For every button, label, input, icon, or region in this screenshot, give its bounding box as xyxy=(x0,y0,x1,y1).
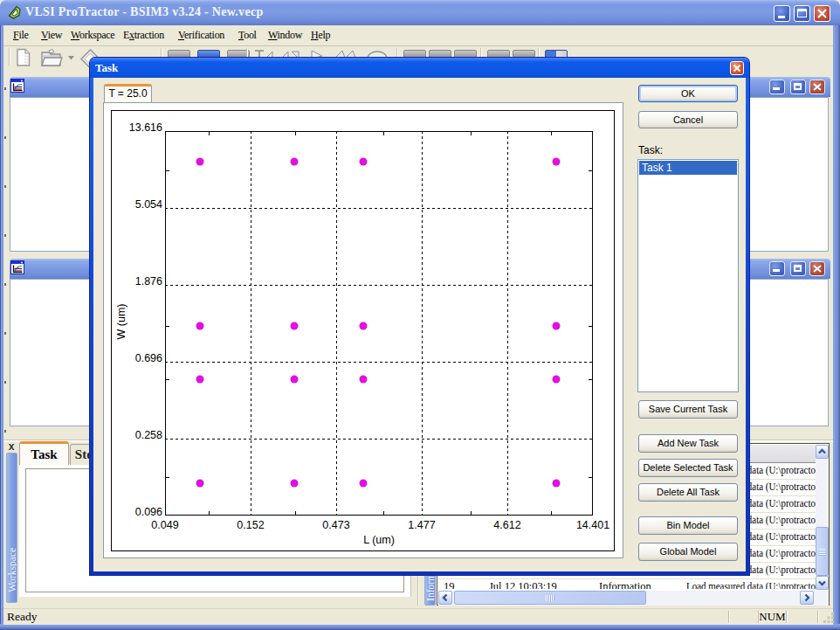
svg-text:0.096: 0.096 xyxy=(135,506,162,518)
svg-text:1.876: 1.876 xyxy=(135,275,162,287)
svg-text:W (um): W (um) xyxy=(115,304,127,340)
svg-text:13.616: 13.616 xyxy=(129,121,162,134)
svg-text:4.612: 4.612 xyxy=(493,519,520,531)
svg-text:5.054: 5.054 xyxy=(135,198,162,211)
svg-text:L (um): L (um) xyxy=(363,534,395,546)
svg-text:14.401: 14.401 xyxy=(576,519,609,531)
svg-text:1.477: 1.477 xyxy=(408,519,435,531)
svg-text:0.473: 0.473 xyxy=(322,519,349,531)
svg-text:0.049: 0.049 xyxy=(151,519,178,531)
svg-text:0.258: 0.258 xyxy=(135,429,162,441)
svg-text:0.152: 0.152 xyxy=(237,519,264,531)
svg-text:0.696: 0.696 xyxy=(135,352,162,364)
